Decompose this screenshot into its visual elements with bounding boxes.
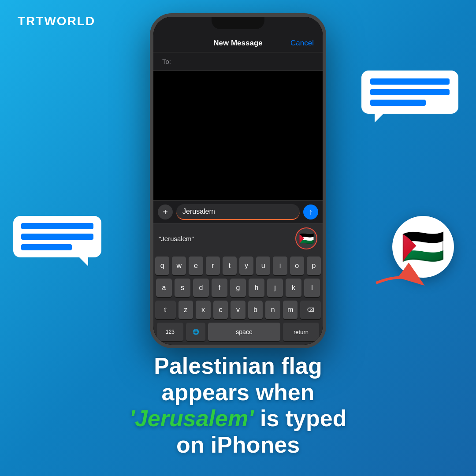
bubble-line-left-3	[21, 244, 72, 250]
key-t[interactable]: t	[223, 257, 237, 275]
headline-line4: on iPhones	[176, 432, 300, 457]
headline-line1: Palestinian flag	[154, 353, 322, 379]
key-o[interactable]: o	[290, 257, 304, 275]
message-input-bar: + Jerusalem ↑	[153, 200, 323, 223]
send-button[interactable]: ↑	[303, 205, 318, 219]
key-h[interactable]: h	[249, 279, 264, 297]
key-c[interactable]: c	[213, 301, 228, 319]
key-globe[interactable]: 🌐	[186, 323, 205, 341]
key-z[interactable]: z	[178, 301, 193, 319]
key-q[interactable]: q	[155, 257, 169, 275]
bubble-line-left-1	[21, 223, 93, 229]
keyboard-row-2: a s d f g h j k l	[155, 279, 321, 297]
bubble-line-2	[370, 89, 450, 95]
key-return[interactable]: return	[283, 323, 319, 341]
key-a[interactable]: a	[156, 279, 172, 297]
keyboard-row-1: q w e r t y u i o p	[155, 257, 321, 275]
key-backspace[interactable]: ⌫	[300, 301, 321, 319]
phone-body: New Message Cancel To: + Jerusalem ↑	[150, 13, 326, 348]
brand-logo: TRTWORLD	[18, 14, 95, 28]
autocorrect-text: "Jerusalem"	[159, 235, 194, 242]
key-n[interactable]: n	[265, 301, 280, 319]
key-d[interactable]: d	[193, 279, 209, 297]
bottom-headline: Palestinian flag appears when 'Jerusalem…	[26, 353, 450, 458]
key-numbers[interactable]: 123	[157, 323, 183, 341]
key-y[interactable]: y	[239, 257, 253, 275]
plus-icon: +	[163, 207, 168, 217]
key-shift[interactable]: ⇧	[155, 301, 176, 319]
bubble-line-left-2	[21, 234, 93, 240]
speech-bubble-left	[13, 216, 101, 257]
key-u[interactable]: u	[256, 257, 270, 275]
bottom-text-section: Palestinian flag appears when 'Jerusalem…	[0, 353, 476, 458]
headline-line3-rest: is typed	[254, 405, 347, 431]
key-j[interactable]: j	[267, 279, 283, 297]
headline-line2: appears when	[162, 379, 315, 405]
to-field[interactable]: To:	[153, 52, 323, 71]
send-icon: ↑	[309, 208, 313, 217]
key-b[interactable]: b	[248, 301, 263, 319]
key-space[interactable]: space	[208, 323, 280, 341]
phone-mockup: New Message Cancel To: + Jerusalem ↑	[150, 13, 326, 348]
message-title: New Message	[213, 39, 263, 48]
flag-emoji-small: 🇵🇸	[299, 231, 314, 246]
key-e[interactable]: e	[189, 257, 203, 275]
key-k[interactable]: k	[286, 279, 301, 297]
key-l[interactable]: l	[304, 279, 320, 297]
key-i[interactable]: i	[273, 257, 287, 275]
key-f[interactable]: f	[212, 279, 227, 297]
key-g[interactable]: g	[230, 279, 246, 297]
speech-bubble-right	[361, 71, 458, 114]
key-s[interactable]: s	[175, 279, 190, 297]
bubble-line-3	[370, 100, 426, 106]
key-p[interactable]: p	[307, 257, 321, 275]
key-w[interactable]: w	[172, 257, 186, 275]
plus-button[interactable]: +	[158, 205, 173, 219]
phone-notch	[212, 17, 264, 29]
phone-screen: New Message Cancel To: + Jerusalem ↑	[153, 17, 323, 345]
key-r[interactable]: r	[206, 257, 220, 275]
keyboard-bottom-row: 123 🌐 space return	[155, 323, 321, 341]
key-m[interactable]: m	[283, 301, 298, 319]
keyboard-row-3: ⇧ z x c v b n m ⌫	[155, 301, 321, 319]
key-x[interactable]: x	[196, 301, 211, 319]
message-text-input[interactable]: Jerusalem	[176, 204, 300, 220]
keyboard: q w e r t y u i o p a s d f g	[153, 253, 323, 345]
message-body-area[interactable]	[153, 71, 323, 200]
key-v[interactable]: v	[231, 301, 245, 319]
bubble-line-1	[370, 78, 450, 85]
cancel-button[interactable]: Cancel	[290, 39, 314, 48]
headline-highlight: 'Jerusalem'	[130, 405, 254, 431]
to-label: To:	[162, 58, 171, 65]
flag-suggestion[interactable]: 🇵🇸	[295, 227, 317, 249]
autocorrect-bar: "Jerusalem" 🇵🇸	[153, 223, 323, 253]
